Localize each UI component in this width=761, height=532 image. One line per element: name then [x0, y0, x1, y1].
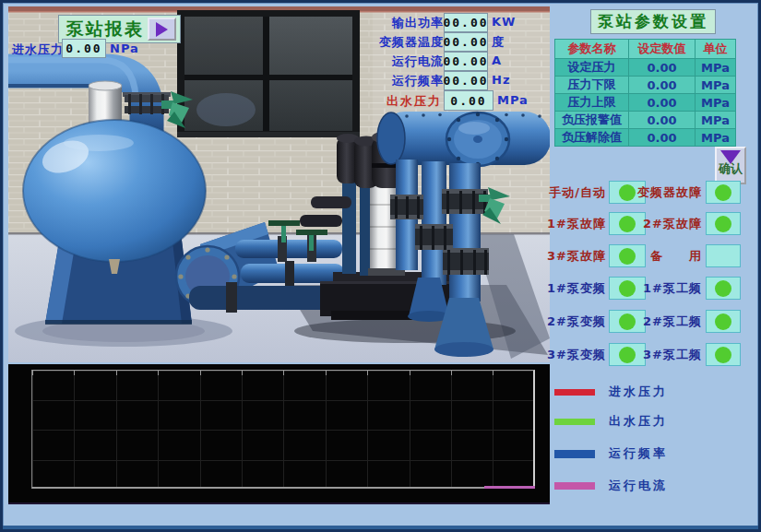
output-power-label: 输出功率: [392, 15, 444, 31]
param-unit: MPa: [696, 77, 736, 94]
table-row: 压力上限 0.00 MPa: [555, 94, 736, 112]
indicator-pump2-fault: 2#泵故障: [3, 212, 761, 235]
legend-item-running-current: 运行电流: [554, 478, 668, 494]
settings-table: 参数名称 设定数值 单位 设定压力 0.00 MPa 压力下限 0.00 MPa…: [554, 39, 736, 147]
param-unit: MPa: [696, 59, 736, 77]
param-setpoint[interactable]: 0.00: [629, 94, 696, 112]
window-bottom-border: [3, 526, 758, 529]
param-name: 负压报警值: [555, 112, 629, 129]
trend-plot-area: [31, 370, 535, 489]
running-current-value: 00.00: [444, 52, 488, 71]
indicator-lamp-box: [706, 277, 741, 300]
vfd-temperature-label: 变频器温度: [379, 34, 444, 51]
settings-col-header: 参数名称: [555, 40, 629, 59]
running-frequency-unit: Hz: [492, 73, 510, 87]
param-setpoint[interactable]: 0.00: [629, 77, 696, 94]
outlet-pressure-value: 0.00: [444, 90, 493, 111]
indicator-pump3-mains: 3#泵工频: [3, 343, 761, 366]
indicator-vfd-fault: 变频器故障: [3, 181, 761, 204]
param-name: 压力下限: [555, 77, 629, 94]
param-unit: MPa: [696, 112, 736, 129]
table-row: 设定压力 0.00 MPa: [555, 59, 736, 77]
settings-panel-title: 泵站参数设置: [590, 9, 716, 34]
report-button-label: 泵站报表: [59, 18, 144, 41]
indicator-lamp-box: [706, 310, 741, 333]
inlet-pressure-value: 0.00: [62, 39, 106, 58]
running-frequency-label: 运行频率: [392, 73, 444, 89]
table-row: 负压报警值 0.00 MPa: [555, 112, 736, 129]
report-play-button[interactable]: [148, 18, 176, 41]
indicator-spare: 备 用: [3, 244, 761, 267]
inlet-pressure-label: 进水压力: [12, 41, 64, 58]
pump-station-hmi-window: 泵站报表 进水压力 0.00 NPa 输出功率 00.00 KW 变频器温度 0…: [0, 0, 761, 532]
confirm-button[interactable]: 确认: [715, 147, 746, 184]
param-setpoint[interactable]: 0.00: [629, 112, 696, 129]
status-lamp: [715, 347, 731, 363]
status-lamp: [715, 313, 731, 330]
legend-item-outlet-pressure: 出水压力: [554, 413, 668, 430]
indicator-lamp-box: [706, 212, 741, 235]
running-frequency-value: 00.00: [444, 71, 488, 90]
status-lamp: [715, 184, 731, 201]
output-power-value: 00.00: [444, 13, 488, 32]
discharge-header: [377, 112, 550, 166]
status-lamp: [715, 280, 731, 297]
running-current-trace: [484, 486, 535, 489]
outlet-pressure-label: 出水压力: [386, 93, 442, 110]
indicator-lamp-box: [706, 181, 741, 204]
play-icon: [156, 22, 168, 37]
legend-swatch: [554, 419, 595, 425]
param-unit: MPa: [696, 94, 736, 112]
settings-col-header: 设定数值: [629, 40, 696, 59]
legend-item-inlet-pressure: 进水压力: [554, 384, 668, 400]
param-setpoint[interactable]: 0.00: [629, 59, 696, 77]
param-name: 负压解除值: [555, 129, 629, 147]
legend-swatch: [554, 389, 595, 396]
indicator-lamp-box: [706, 343, 741, 366]
legend-swatch: [554, 482, 595, 490]
param-name: 压力上限: [555, 94, 629, 112]
param-name: 设定压力: [555, 59, 629, 77]
running-current-label: 运行电流: [392, 53, 444, 70]
param-setpoint[interactable]: 0.00: [629, 129, 696, 147]
indicator-pump2-mains: 2#泵工频: [3, 310, 761, 333]
outlet-pressure-unit: MPa: [497, 93, 529, 107]
indicator-pump1-mains: 1#泵工频: [3, 277, 761, 300]
confirm-button-label: 确认: [719, 160, 743, 177]
legend-item-running-frequency: 运行频率: [554, 445, 668, 462]
settings-col-header: 单位: [696, 40, 736, 59]
wall-window: [177, 10, 360, 137]
output-power-unit: KW: [492, 15, 516, 29]
trend-chart: [8, 364, 550, 504]
vfd-temperature-unit: 度: [492, 34, 505, 51]
table-row: 压力下限 0.00 MPa: [555, 77, 736, 94]
running-current-unit: A: [492, 53, 502, 67]
status-lamp: [715, 216, 731, 232]
legend-swatch: [554, 450, 595, 458]
indicator-lamp-box: [706, 244, 741, 267]
inlet-pressure-unit: NPa: [110, 41, 139, 55]
table-row: 负压解除值 0.00 MPa: [555, 129, 736, 147]
vfd-temperature-value: 00.00: [444, 32, 488, 52]
param-unit: MPa: [696, 129, 736, 147]
